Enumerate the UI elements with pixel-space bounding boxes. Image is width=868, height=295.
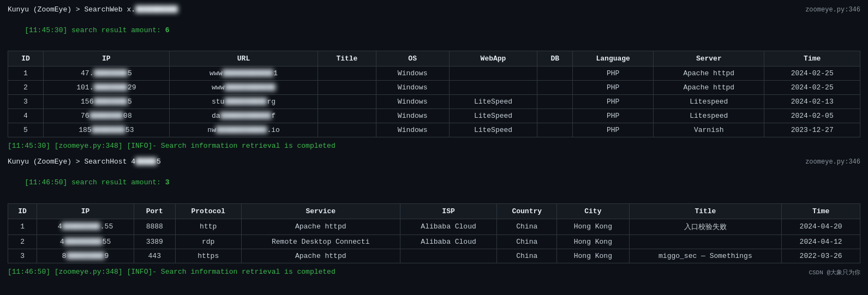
cell-os: Windows [376,95,449,109]
cell-id: 3 [8,249,37,263]
cell-city: Hong Kong [557,219,629,234]
cell-language: PHP [573,95,654,109]
cell-protocol: rdp [175,234,241,249]
section2-prompt: Kunyu (ZoomEye) > SearchHost 4█████5 [8,158,161,166]
col-time: Time [782,203,860,219]
cell-city: Hong Kong [557,234,629,249]
table-row: 4 76████████08 da████████████f Windows L… [8,109,860,123]
cell-protocol: https [175,249,241,263]
cell-ip: 47.████████5 [43,67,169,81]
cell-city: Hong Kong [557,249,629,263]
col-isp: ISP [400,203,497,219]
cell-title [318,95,376,109]
table-row: 5 185████████53 nw████████████.io Window… [8,123,860,137]
cell-language: PHP [573,109,654,123]
section1-prompt: Kunyu (ZoomEye) > SearchWeb x.██████████ [8,5,178,14]
section1-ip-blurred: ██████████ [135,5,178,14]
section1-result-count: 6 [165,26,170,34]
section2-zoomeye-label: zoomeye.py:346 [805,158,860,166]
cell-title [629,234,782,249]
cell-server: Varnish [654,123,764,137]
cell-server: Apache httpd [654,81,764,95]
col-time: Time [764,51,860,67]
cell-server: Litespeed [654,109,764,123]
cell-db [537,81,573,95]
cell-title: miggo_sec — Somethings [629,249,782,263]
col-ip: IP [37,203,134,219]
cell-time: 2024-04-12 [782,234,860,249]
section2-result-count: 3 [165,178,170,186]
col-service: Service [241,203,400,219]
cell-time: 2024-02-05 [764,109,860,123]
cell-title [318,67,376,81]
cell-time: 2024-02-25 [764,67,860,81]
table-row: 3 8█████████9 443 https Apache httpd Chi… [8,249,860,263]
cell-id: 3 [8,95,44,109]
section2-footer: [11:46:50] [zoomeye.py:348] [INFO]- Sear… [8,267,860,278]
cell-language: PHP [573,67,654,81]
cell-url: www████████████ [169,81,318,95]
cell-port: 3389 [134,234,175,249]
cell-ip: 156████████5 [43,95,169,109]
cell-time: 2023-12-27 [764,123,860,137]
cell-os: Windows [376,109,449,123]
cell-protocol: http [175,219,241,234]
cell-id: 2 [8,234,37,249]
section1-header: Kunyu (ZoomEye) > SearchWeb x.██████████… [8,5,860,14]
cell-time: 2024-02-25 [764,81,860,95]
table-row: 2 4█████████55 3389 rdp Remote Desktop C… [8,234,860,249]
cell-webapp: LiteSpeed [449,123,537,137]
cell-port: 8888 [134,219,175,234]
cell-service: Remote Desktop Connecti [241,234,400,249]
cell-webapp [449,67,537,81]
section1-zoomeye-label: zoomeye.py:346 [805,6,860,14]
section1-result-time: [11:45:30] [25,26,67,34]
cell-isp: Alibaba Cloud [400,219,497,234]
cell-language: PHP [573,123,654,137]
cell-id: 1 [8,67,44,81]
section2-ip-blurred: █████ [135,158,157,166]
cell-service: Apache httpd [241,249,400,263]
col-id: ID [8,203,37,219]
cell-os: Windows [376,123,449,137]
cell-db [537,67,573,81]
cell-webapp: LiteSpeed [449,109,537,123]
table-row: 2 101.████████29 www████████████ Windows… [8,81,860,95]
col-protocol: Protocol [175,203,241,219]
table-row: 3 156████████5 stu██████████rg Windows L… [8,95,860,109]
section2-result-line: [11:46:50] search result amount: 3 [8,166,860,200]
cell-ip: 185████████53 [43,123,169,137]
cell-id: 2 [8,81,44,95]
section2-info-line: [11:46:50] [zoomeye.py:348] [INFO]- Sear… [8,267,336,278]
section1-prompt-text: Kunyu (ZoomEye) > SearchWeb x. [8,5,135,14]
cell-webapp [449,81,537,95]
col-ip: IP [43,51,169,67]
cell-id: 4 [8,109,44,123]
cell-webapp: LiteSpeed [449,95,537,109]
col-title: Title [318,51,376,67]
cell-country: China [497,234,557,249]
cell-db [537,109,573,123]
section1-result-line: [11:45:30] search result amount: 6 [8,14,860,47]
cell-url: stu██████████rg [169,95,318,109]
section2-header: Kunyu (ZoomEye) > SearchHost 4█████5 zoo… [8,158,860,166]
cell-ip: 4█████████.55 [37,219,134,234]
cell-url: www████████████1 [169,67,318,81]
col-title: Title [629,203,782,219]
section1: Kunyu (ZoomEye) > SearchWeb x.██████████… [8,5,860,152]
cell-time: 2022-03-26 [782,249,860,263]
section2: Kunyu (ZoomEye) > SearchHost 4█████5 zoo… [8,158,860,278]
cell-service: Apache httpd [241,219,400,234]
cell-country: China [497,219,557,234]
cell-ip: 4█████████55 [37,234,134,249]
cell-server: Apache httpd [654,67,764,81]
cell-country: China [497,249,557,263]
cell-time: 2024-04-20 [782,219,860,234]
table-row: 1 4█████████.55 8888 http Apache httpd A… [8,219,860,234]
section1-table: ID IP URL Title OS WebApp DB Language Se… [8,51,860,137]
cell-db [537,95,573,109]
cell-isp: Alibaba Cloud [400,234,497,249]
cell-server: Litespeed [654,95,764,109]
section2-table: ID IP Port Protocol Service ISP Country … [8,203,860,263]
cell-port: 443 [134,249,175,263]
